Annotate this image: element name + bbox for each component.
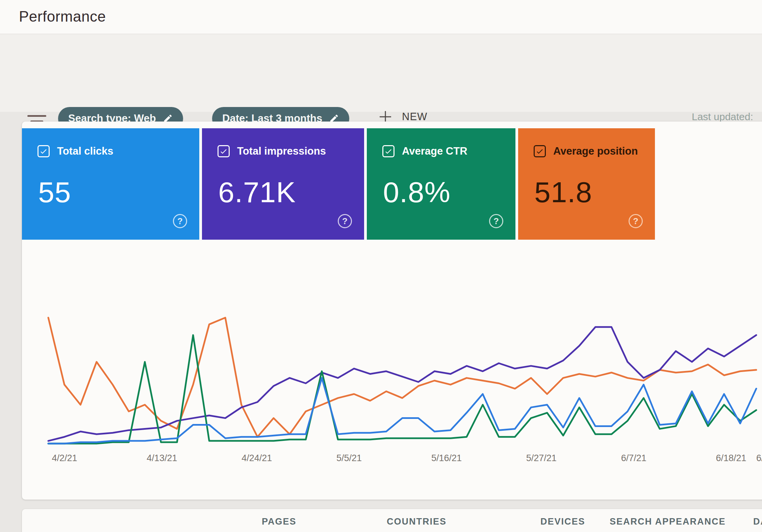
series-line-impressions <box>48 327 756 441</box>
x-tick-label: 6/7/21 <box>621 453 646 463</box>
tab-dates[interactable]: DATES <box>753 516 762 527</box>
x-tick-label: 6/29/21 <box>756 453 762 463</box>
x-tick-label: 4/24/21 <box>242 453 272 463</box>
tab-devices[interactable]: DEVICES <box>540 516 585 527</box>
x-tick-label: 4/2/21 <box>52 453 77 463</box>
checkbox-checked-icon[interactable] <box>382 145 395 157</box>
metric-label: Average CTR <box>402 145 467 157</box>
tab-countries[interactable]: COUNTRIES <box>387 516 447 527</box>
metric-value: 51.8 <box>534 176 592 209</box>
metric-tiles-row: Total clicks 55 ? Total impressions 6.71… <box>22 128 655 240</box>
metric-label: Total clicks <box>57 145 113 157</box>
metric-label: Average position <box>553 145 638 157</box>
performance-line-chart: 4/2/214/13/214/24/215/5/215/16/215/27/21… <box>46 233 762 469</box>
tab-pages[interactable]: PAGES <box>262 516 297 527</box>
checkbox-checked-icon[interactable] <box>534 145 546 157</box>
performance-card: Total clicks 55 ? Total impressions 6.71… <box>22 122 762 500</box>
metric-tile-average-position[interactable]: Average position 51.8 ? <box>518 128 655 240</box>
metric-label: Total impressions <box>237 145 326 157</box>
search-console-performance-screen: Performance Search type: Web Date: Last … <box>0 0 762 532</box>
dimensions-card: PAGES COUNTRIES DEVICES SEARCH APPEARANC… <box>22 509 762 532</box>
help-icon[interactable]: ? <box>173 214 187 228</box>
checkbox-checked-icon[interactable] <box>37 145 50 157</box>
x-tick-label: 6/18/21 <box>716 453 746 463</box>
x-tick-label: 5/27/21 <box>526 453 557 463</box>
metric-value: 6.71K <box>218 176 296 209</box>
app-header: Performance <box>0 0 762 34</box>
new-filter-button-label: NEW <box>402 111 427 123</box>
x-tick-label: 5/16/21 <box>431 453 462 463</box>
last-updated-text: Last updated: <box>692 111 753 123</box>
filter-bar: Search type: Web Date: Last 3 months NEW… <box>0 34 762 112</box>
page-title: Performance <box>19 8 106 25</box>
x-axis-tick-labels: 4/2/214/13/214/24/215/5/215/16/215/27/21… <box>46 453 762 467</box>
x-tick-label: 5/5/21 <box>336 453 362 463</box>
metric-tile-average-ctr[interactable]: Average CTR 0.8% ? <box>367 128 515 240</box>
tab-search-appearance[interactable]: SEARCH APPEARANCE <box>610 516 726 527</box>
metric-value: 0.8% <box>383 176 451 209</box>
metric-value: 55 <box>38 176 71 209</box>
help-icon[interactable]: ? <box>338 214 352 228</box>
checkbox-checked-icon[interactable] <box>218 145 230 157</box>
help-icon[interactable]: ? <box>489 214 503 228</box>
x-tick-label: 4/13/21 <box>147 453 177 463</box>
metric-tile-total-clicks[interactable]: Total clicks 55 ? <box>22 128 199 240</box>
help-icon[interactable]: ? <box>629 214 643 228</box>
chart-canvas <box>46 233 762 449</box>
metric-tile-total-impressions[interactable]: Total impressions 6.71K ? <box>202 128 364 240</box>
